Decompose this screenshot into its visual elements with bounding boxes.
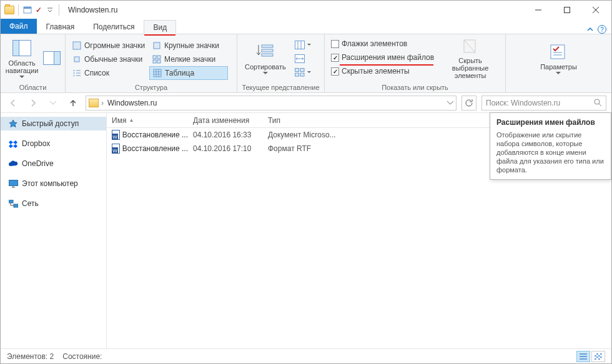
address-dropdown-icon[interactable] <box>447 101 453 105</box>
word-doc-icon <box>112 130 120 140</box>
thumbnails-view-toggle[interactable] <box>591 351 605 362</box>
ribbon: Область навигации Области Огромные значк… <box>1 34 611 93</box>
word-doc-icon <box>112 144 120 154</box>
layout-details[interactable]: Таблица <box>149 66 228 80</box>
hide-selected-icon <box>460 37 480 56</box>
recent-dropdown[interactable] <box>46 96 61 111</box>
header-date[interactable]: Дата изменения <box>188 116 263 125</box>
window-title: Windowsten.ru <box>68 6 117 14</box>
group-layout-label: Структура <box>69 82 233 92</box>
breadcrumb-location[interactable]: Windowsten.ru <box>106 99 158 107</box>
tooltip-extensions: Расширения имен файлов Отображение или с… <box>490 112 611 180</box>
layout-huge[interactable]: Огромные значки <box>69 39 149 52</box>
navigation-pane-icon <box>12 38 32 58</box>
layout-large[interactable]: Крупные значки <box>149 39 229 52</box>
collapse-ribbon-icon[interactable] <box>586 26 594 33</box>
dropdown-arrow-icon <box>19 76 24 79</box>
size-columns-button[interactable] <box>292 52 313 66</box>
qat-properties-icon[interactable] <box>22 5 32 15</box>
separator <box>59 4 59 16</box>
group-panes-label: Области <box>4 82 61 92</box>
checkbox-icon <box>331 67 339 76</box>
navbar: › Windowsten.ru Поиск: Windowsten.ru <box>1 93 611 113</box>
network-icon <box>8 199 18 209</box>
checkbox-file-extensions[interactable]: Расширения имен файлов <box>328 51 437 64</box>
crumb-separator: › <box>101 99 104 107</box>
svg-rect-28 <box>9 200 13 203</box>
columns-icon <box>295 40 305 50</box>
onedrive-icon <box>8 159 18 169</box>
svg-rect-25 <box>551 45 565 59</box>
tab-share[interactable]: Поделиться <box>84 19 144 34</box>
tab-view[interactable]: Вид <box>144 20 176 34</box>
star-icon <box>8 119 18 129</box>
svg-rect-4 <box>13 40 19 56</box>
header-type[interactable]: Тип <box>263 116 388 125</box>
refresh-button[interactable] <box>461 96 476 111</box>
file-list: Имя▲ Дата изменения Тип Восстановление .… <box>107 113 611 349</box>
up-button[interactable] <box>66 96 81 111</box>
tooltip-body: Отображение или скрытие набора символов,… <box>496 130 605 174</box>
sidebar-network[interactable]: Сеть <box>1 197 106 210</box>
dropbox-icon <box>8 139 18 149</box>
svg-rect-10 <box>153 56 156 59</box>
qat-dropdown-icon[interactable] <box>45 5 55 15</box>
maximize-button[interactable] <box>553 1 581 19</box>
medium-icons-icon <box>72 54 82 64</box>
svg-rect-7 <box>73 42 81 49</box>
svg-rect-21 <box>300 69 304 72</box>
options-button[interactable]: Параметры <box>536 36 581 81</box>
svg-point-26 <box>595 99 600 104</box>
svg-rect-2 <box>565 7 570 13</box>
tab-file[interactable]: Файл <box>1 19 37 34</box>
search-icon <box>594 99 602 107</box>
sort-label: Сортировать <box>245 63 286 71</box>
details-bars-icon <box>580 353 587 360</box>
sidebar-quick-access[interactable]: Быстрый доступ <box>1 117 106 130</box>
minimize-button[interactable] <box>524 1 553 19</box>
close-button[interactable] <box>581 1 610 19</box>
details-icon <box>152 68 162 78</box>
layout-medium[interactable]: Обычные значки <box>69 52 149 66</box>
qat-check-icon[interactable]: ✓ <box>34 5 44 15</box>
add-columns-button[interactable] <box>292 38 313 52</box>
hide-selected-button: Скрыть выбранные элементы <box>439 36 501 81</box>
help-icon[interactable]: ? <box>598 25 606 34</box>
sidebar-dropbox[interactable]: Dropbox <box>1 137 106 150</box>
preview-pane-button[interactable] <box>42 36 61 81</box>
dropdown-arrow-icon <box>263 72 268 75</box>
search-placeholder: Поиск: Windowsten.ru <box>486 99 560 107</box>
small-icons-icon <box>152 54 162 64</box>
address-bar[interactable]: › Windowsten.ru <box>86 96 457 111</box>
forward-button[interactable] <box>26 96 41 111</box>
navigation-pane-button[interactable]: Область навигации <box>4 36 39 81</box>
svg-rect-27 <box>9 180 17 185</box>
autosize-icon <box>295 54 305 64</box>
tooltip-title: Расширения имен файлов <box>496 118 605 127</box>
checkbox-hidden-items[interactable]: Скрытые элементы <box>328 64 437 78</box>
checkbox-item-checkboxes[interactable]: Флажки элементов <box>328 37 437 51</box>
checkbox-icon <box>331 40 339 48</box>
group-icon <box>295 67 305 77</box>
options-icon <box>548 42 568 62</box>
sidebar-onedrive[interactable]: OneDrive <box>1 157 106 170</box>
details-view-toggle[interactable] <box>576 351 590 362</box>
svg-rect-16 <box>262 49 273 52</box>
sidebar-this-pc[interactable]: Этот компьютер <box>1 177 106 190</box>
group-show-label: Показать или скрыть <box>328 82 501 92</box>
sort-button[interactable]: Сортировать <box>241 36 290 81</box>
hide-selected-label: Скрыть выбранные элементы <box>443 57 498 79</box>
back-button[interactable] <box>6 96 21 111</box>
search-box[interactable]: Поиск: Windowsten.ru <box>481 96 606 111</box>
tab-home[interactable]: Главная <box>37 19 84 34</box>
header-name[interactable]: Имя▲ <box>107 116 188 125</box>
statusbar: Элементов: 2 Состояние: <box>1 348 611 363</box>
layout-list[interactable]: Список <box>69 66 149 80</box>
separator <box>18 4 19 16</box>
app-folder-icon <box>4 6 14 14</box>
group-by-button[interactable] <box>292 66 313 79</box>
svg-rect-13 <box>157 60 160 63</box>
huge-icons-icon <box>72 41 82 51</box>
svg-rect-18 <box>295 41 304 49</box>
layout-small[interactable]: Мелкие значки <box>149 52 229 66</box>
